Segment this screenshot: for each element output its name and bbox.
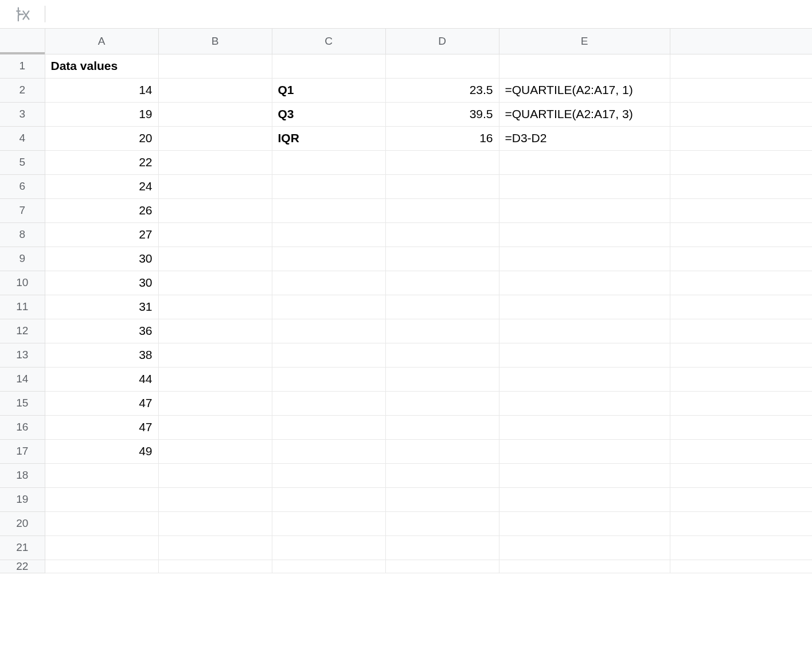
cell-C17[interactable]	[272, 439, 385, 463]
cell-A2[interactable]: 14	[45, 78, 158, 102]
cell-C5[interactable]	[272, 150, 385, 174]
cell-E8[interactable]	[499, 222, 670, 247]
cell-filler-10[interactable]	[670, 271, 812, 295]
row-head-12[interactable]: 12	[0, 319, 45, 343]
cell-D19[interactable]	[385, 487, 499, 511]
row-head-11[interactable]: 11	[0, 295, 45, 319]
cell-D2[interactable]: 23.5	[385, 78, 499, 102]
cell-B18[interactable]	[158, 463, 272, 487]
cell-A22[interactable]	[45, 560, 158, 573]
cell-A8[interactable]: 27	[45, 222, 158, 247]
cell-B17[interactable]	[158, 439, 272, 463]
cell-E13[interactable]	[499, 343, 670, 367]
cell-B21[interactable]	[158, 535, 272, 560]
row-head-3[interactable]: 3	[0, 102, 45, 126]
cell-D5[interactable]	[385, 150, 499, 174]
row-head-14[interactable]: 14	[0, 367, 45, 391]
cell-A15[interactable]: 47	[45, 391, 158, 415]
cell-filler-15[interactable]	[670, 391, 812, 415]
cell-filler-18[interactable]	[670, 463, 812, 487]
cell-filler-4[interactable]	[670, 126, 812, 150]
row-head-5[interactable]: 5	[0, 150, 45, 174]
cell-A16[interactable]: 47	[45, 415, 158, 439]
cell-filler-19[interactable]	[670, 487, 812, 511]
cell-E2[interactable]: =QUARTILE(A2:A17, 1)	[499, 78, 670, 102]
cell-C19[interactable]	[272, 487, 385, 511]
cell-filler-2[interactable]	[670, 78, 812, 102]
cell-D12[interactable]	[385, 319, 499, 343]
cell-B22[interactable]	[158, 560, 272, 573]
cell-E21[interactable]	[499, 535, 670, 560]
cell-B1[interactable]	[158, 54, 272, 78]
col-head-D[interactable]: D	[385, 29, 499, 54]
cell-filler-7[interactable]	[670, 198, 812, 222]
cell-D3[interactable]: 39.5	[385, 102, 499, 126]
cell-D22[interactable]	[385, 560, 499, 573]
cell-C15[interactable]	[272, 391, 385, 415]
cell-A14[interactable]: 44	[45, 367, 158, 391]
cell-E14[interactable]	[499, 367, 670, 391]
cell-filler-12[interactable]	[670, 319, 812, 343]
cell-A5[interactable]: 22	[45, 150, 158, 174]
cell-E17[interactable]	[499, 439, 670, 463]
cell-D7[interactable]	[385, 198, 499, 222]
cell-E20[interactable]	[499, 511, 670, 535]
cell-B20[interactable]	[158, 511, 272, 535]
cell-B7[interactable]	[158, 198, 272, 222]
cell-C16[interactable]	[272, 415, 385, 439]
cell-C11[interactable]	[272, 295, 385, 319]
cell-D15[interactable]	[385, 391, 499, 415]
cell-E22[interactable]	[499, 560, 670, 573]
row-head-6[interactable]: 6	[0, 174, 45, 198]
cell-C1[interactable]	[272, 54, 385, 78]
cell-A18[interactable]	[45, 463, 158, 487]
cell-filler-13[interactable]	[670, 343, 812, 367]
cell-B6[interactable]	[158, 174, 272, 198]
row-head-18[interactable]: 18	[0, 463, 45, 487]
cell-C13[interactable]	[272, 343, 385, 367]
row-head-16[interactable]: 16	[0, 415, 45, 439]
cell-A12[interactable]: 36	[45, 319, 158, 343]
row-head-13[interactable]: 13	[0, 343, 45, 367]
cell-A11[interactable]: 31	[45, 295, 158, 319]
cell-D11[interactable]	[385, 295, 499, 319]
cell-E11[interactable]	[499, 295, 670, 319]
cell-filler-5[interactable]	[670, 150, 812, 174]
row-head-10[interactable]: 10	[0, 271, 45, 295]
cell-B5[interactable]	[158, 150, 272, 174]
cell-B9[interactable]	[158, 247, 272, 271]
cell-E9[interactable]	[499, 247, 670, 271]
cell-D18[interactable]	[385, 463, 499, 487]
cell-B4[interactable]	[158, 126, 272, 150]
cell-D13[interactable]	[385, 343, 499, 367]
col-head-C[interactable]: C	[272, 29, 385, 54]
cell-filler-20[interactable]	[670, 511, 812, 535]
cell-C18[interactable]	[272, 463, 385, 487]
cell-E4[interactable]: =D3-D2	[499, 126, 670, 150]
cell-B8[interactable]	[158, 222, 272, 247]
cell-E12[interactable]	[499, 319, 670, 343]
cell-filler-21[interactable]	[670, 535, 812, 560]
cell-D14[interactable]	[385, 367, 499, 391]
cell-A21[interactable]	[45, 535, 158, 560]
cell-E18[interactable]	[499, 463, 670, 487]
cell-A13[interactable]: 38	[45, 343, 158, 367]
fx-icon[interactable]	[0, 0, 45, 28]
cell-B15[interactable]	[158, 391, 272, 415]
cell-B3[interactable]	[158, 102, 272, 126]
cell-E3[interactable]: =QUARTILE(A2:A17, 3)	[499, 102, 670, 126]
cell-B11[interactable]	[158, 295, 272, 319]
cell-B10[interactable]	[158, 271, 272, 295]
cell-C22[interactable]	[272, 560, 385, 573]
cell-D16[interactable]	[385, 415, 499, 439]
select-all-corner[interactable]	[0, 29, 45, 54]
cell-C8[interactable]	[272, 222, 385, 247]
cell-B16[interactable]	[158, 415, 272, 439]
cell-D10[interactable]	[385, 271, 499, 295]
cell-E19[interactable]	[499, 487, 670, 511]
cell-E15[interactable]	[499, 391, 670, 415]
cell-filler-8[interactable]	[670, 222, 812, 247]
cell-A9[interactable]: 30	[45, 247, 158, 271]
cell-C3[interactable]: Q3	[272, 102, 385, 126]
cell-filler-16[interactable]	[670, 415, 812, 439]
